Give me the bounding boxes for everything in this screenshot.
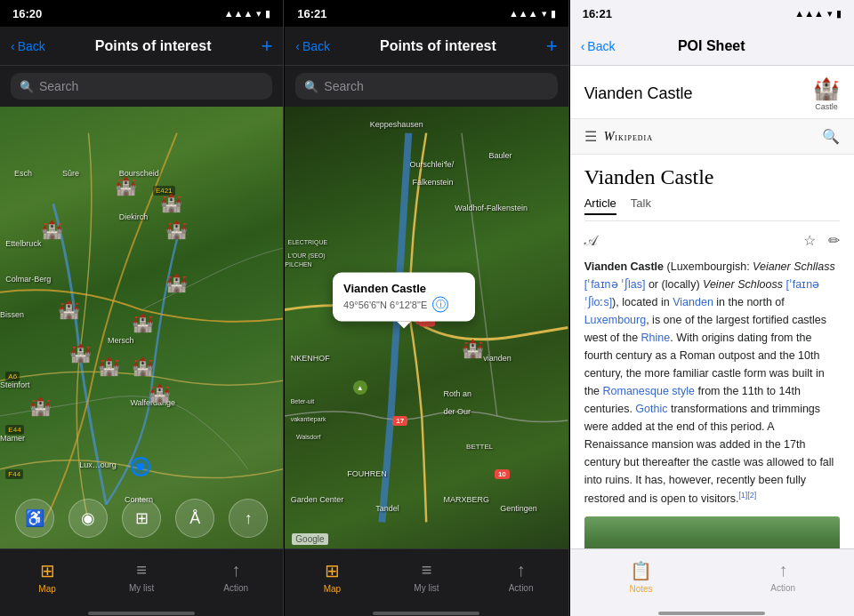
wifi-icon-2: ▾	[542, 8, 547, 20]
vianden-castle-icon[interactable]: 🏰	[461, 336, 486, 361]
google-logo: Google	[292, 533, 327, 545]
castle-icon-3[interactable]: 🏰	[158, 190, 183, 215]
tab-map-2[interactable]: ⊞ Map	[305, 560, 359, 594]
status-time-2: 16:21	[297, 7, 326, 20]
layers-button[interactable]: ⊞	[122, 499, 161, 538]
tab-action-2[interactable]: ↑ Action	[495, 560, 548, 593]
wiki-meta: 𝒜 ☆ ✏	[584, 232, 840, 249]
list-tab-label-2: My list	[414, 583, 439, 593]
castle-icon-2[interactable]: 🏰	[113, 173, 138, 198]
map-area-2[interactable]: Keppeshausen Ourschlei'fe/ Falkenstein B…	[285, 107, 568, 548]
wiki-menu-icon[interactable]: ☰	[584, 128, 597, 145]
castle-icon-10[interactable]: 🏰	[130, 354, 155, 379]
wiki-link-vianden[interactable]: Vianden	[673, 296, 713, 308]
back-chevron-icon-2: ‹	[295, 39, 300, 53]
wiki-bold-title: Vianden Castle	[584, 260, 664, 273]
notes-tab-label: Notes	[629, 584, 652, 594]
action-tab-icon-1: ↑	[231, 560, 240, 580]
wiki-link-gothic[interactable]: Gothic	[635, 403, 667, 415]
map-popup[interactable]: Vianden Castle 49°56'6"N 6°12'8"E ⓘ	[333, 272, 475, 321]
tab-bar-2: ⊞ Map ≡ My list ↑ Action	[285, 548, 568, 611]
map-controls-1: ♿ ◉ ⊞ Å ↑	[0, 499, 283, 538]
poi-tab-notes[interactable]: 📋 Notes	[614, 560, 667, 594]
tab-list-1[interactable]: ≡ My list	[115, 560, 168, 593]
poi-name: Vianden Castle	[584, 84, 693, 103]
wiki-actions: ☆ ✏	[803, 232, 840, 249]
back-label-2: Back	[302, 39, 330, 53]
action-tab-icon-3: ↑	[778, 560, 787, 580]
castle-icon-5[interactable]: 🏰	[165, 270, 189, 295]
back-button-2[interactable]: ‹ Back	[295, 39, 330, 53]
back-label-1: Back	[18, 39, 45, 53]
wiki-link-rhine[interactable]: Rhine	[641, 332, 671, 344]
back-chevron-icon-1: ‹	[11, 39, 15, 53]
accessibility-button[interactable]: ♿	[15, 499, 54, 538]
location-button[interactable]: ◉	[68, 499, 108, 538]
tab-list-2[interactable]: ≡ My list	[399, 560, 453, 593]
wiki-lang-icon[interactable]: 𝒜	[584, 233, 597, 249]
home-indicator-2	[285, 611, 568, 616]
status-bar-2: 16:21 ▲▲▲ ▾ ▮	[285, 0, 568, 27]
castle-icon-12[interactable]: 🏰	[28, 394, 53, 419]
castle-icon-11[interactable]: 🏰	[148, 380, 173, 405]
tab-map-1[interactable]: ⊞ Map	[20, 560, 74, 594]
home-indicator-3	[570, 611, 854, 616]
poi-header: Vianden Castle 🏰 Castle	[570, 66, 854, 119]
castle-icon-7[interactable]: 🏰	[130, 310, 155, 335]
castle-icon-1[interactable]: 🏰	[40, 217, 65, 242]
wiki-tab-talk[interactable]: Talk	[631, 196, 651, 215]
route-17-2: 17	[392, 416, 407, 426]
map-tab-icon-2: ⊞	[325, 560, 340, 581]
wiki-search-icon[interactable]: 🔍	[822, 128, 840, 145]
castle-icon-8[interactable]: 🏰	[68, 340, 93, 365]
search-input-wrap-1[interactable]: 🔍 Search	[11, 73, 272, 100]
share-button[interactable]: ↑	[229, 499, 268, 538]
nav-bar-1: ‹ Back Points of interest +	[0, 27, 283, 66]
poi-castle-badge: 🏰 Castle	[813, 76, 840, 111]
search-input-wrap-2[interactable]: 🔍 Search	[295, 73, 557, 100]
signal-icon-3: ▲▲▲	[794, 8, 824, 19]
castle-icon-9[interactable]: 🏰	[96, 354, 121, 379]
wiki-edit-icon[interactable]: ✏	[828, 232, 840, 249]
popup-coords: 49°56'6"N 6°12'8"E ⓘ	[343, 296, 464, 312]
add-button-2[interactable]: +	[546, 36, 558, 56]
status-time-3: 16:21	[583, 7, 612, 20]
nav-bar-2: ‹ Back Points of interest +	[285, 27, 568, 66]
status-icons-2: ▲▲▲ ▾ ▮	[509, 8, 556, 20]
wiki-star-icon[interactable]: ☆	[803, 232, 816, 249]
wikipedia-title: Wikipedia	[604, 130, 653, 144]
search-placeholder-1: Search	[39, 79, 78, 93]
castle-icon-6[interactable]: 🏰	[57, 297, 82, 322]
nav-bar-3: ‹ Back POI Sheet	[570, 27, 854, 66]
wifi-icon-3: ▾	[827, 8, 833, 20]
castle-icon-4[interactable]: 🏰	[165, 217, 189, 242]
panel-1: 16:20 ▲▲▲ ▾ ▮ ‹ Back Points of interest …	[0, 0, 284, 616]
map-roads-2	[285, 107, 568, 548]
wiki-link-romanesque[interactable]: Romanesque style	[603, 385, 696, 397]
poi-tab-action[interactable]: ↑ Action	[756, 560, 810, 593]
search-icon-2: 🔍	[304, 80, 318, 93]
status-bar-1: 16:20 ▲▲▲ ▾ ▮	[0, 0, 283, 27]
signal-icon-1: ▲▲▲	[224, 8, 254, 19]
wiki-content[interactable]: Vianden Castle Article Talk 𝒜 ☆ ✏ Viande…	[570, 155, 854, 548]
wiki-image: 🏰	[584, 516, 840, 548]
back-button-3[interactable]: ‹ Back	[581, 39, 616, 53]
back-label-3: Back	[587, 39, 615, 53]
wiki-link-luxembourg[interactable]: Luxembourg	[584, 314, 647, 326]
wiki-link-pronunciation1[interactable]: [ˈfaɪnə ˈʃlas]	[584, 278, 646, 291]
wifi-icon-1: ▾	[256, 8, 262, 20]
add-button-1[interactable]: +	[261, 36, 272, 56]
map-tab-label-1: Map	[38, 584, 55, 594]
list-tab-icon-2: ≡	[422, 560, 432, 580]
home-bar-1	[88, 612, 195, 615]
wiki-citation-1[interactable]: [1][2]	[738, 491, 756, 500]
map-area-1[interactable]: Esch Sûre Bourscheid Diekirch Ettelbruck…	[0, 107, 283, 548]
back-button-1[interactable]: ‹ Back	[11, 39, 45, 53]
nav-title-2: Points of interest	[380, 38, 496, 54]
compass-button[interactable]: Å	[175, 499, 214, 538]
nav-title-1: Points of interest	[95, 38, 212, 54]
wiki-tab-article[interactable]: Article	[584, 196, 616, 215]
tab-action-1[interactable]: ↑ Action	[209, 560, 262, 593]
wikipedia-header: ☰ Wikipedia 🔍	[570, 119, 854, 155]
popup-info-button[interactable]: ⓘ	[432, 296, 448, 312]
